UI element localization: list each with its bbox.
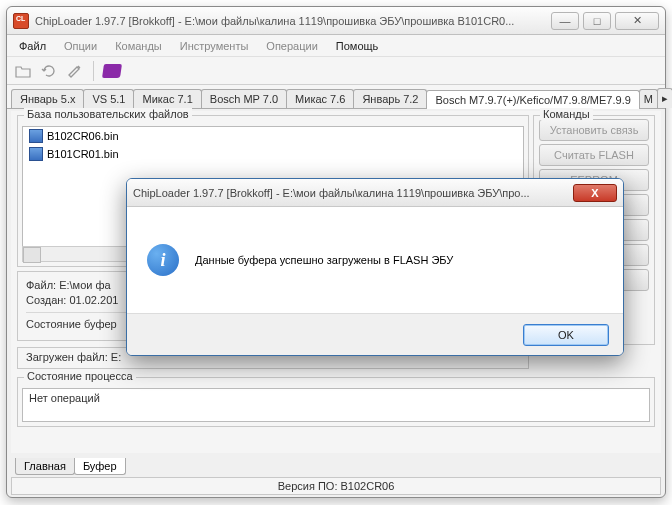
bin-file-icon xyxy=(29,129,43,143)
connect-button[interactable]: Установить связь xyxy=(539,119,649,141)
toolbar-separator xyxy=(93,61,94,81)
maximize-button[interactable]: □ xyxy=(583,12,611,30)
dialog-message: Данные буфера успешно загружены в FLASH … xyxy=(195,254,453,266)
tab-m[interactable]: M xyxy=(639,89,658,108)
dialog-titlebar[interactable]: ChipLoader 1.97.7 [Brokkoff] - E:\мои фа… xyxy=(127,179,623,207)
close-button[interactable]: ✕ xyxy=(615,12,659,30)
tab-mikas71[interactable]: Микас 7.1 xyxy=(133,89,201,108)
read-flash-button[interactable]: Считать FLASH xyxy=(539,144,649,166)
toolbar xyxy=(7,57,665,85)
ecu-tabs: Январь 5.x VS 5.1 Микас 7.1 Bosch MP 7.0… xyxy=(7,85,665,109)
tabs-more-icon[interactable]: ▸ xyxy=(657,88,672,108)
titlebar[interactable]: ChipLoader 1.97.7 [Brokkoff] - E:\мои фа… xyxy=(7,7,665,35)
tab-boschmp70[interactable]: Bosch MP 7.0 xyxy=(201,89,287,108)
info-dialog: ChipLoader 1.97.7 [Brokkoff] - E:\мои фа… xyxy=(126,178,624,356)
tool-open-icon[interactable] xyxy=(13,61,33,81)
tool-refresh-icon[interactable] xyxy=(39,61,59,81)
list-item[interactable]: B102CR06.bin xyxy=(23,127,523,145)
tab-bosch797[interactable]: Bosch M7.9.7(+)/Kefico/M7.9.8/ME7.9.9 xyxy=(426,90,639,109)
minimize-button[interactable]: — xyxy=(551,12,579,30)
info-icon: i xyxy=(147,244,179,276)
window-title: ChipLoader 1.97.7 [Brokkoff] - E:\мои фа… xyxy=(35,15,551,27)
window-buttons: — □ ✕ xyxy=(551,12,659,30)
menu-help[interactable]: Помощь xyxy=(328,38,387,54)
process-group: Состояние процесса Нет операций xyxy=(17,377,655,427)
status-text: Версия ПО: B102CR06 xyxy=(278,480,395,492)
file-name: B101CR01.bin xyxy=(47,148,119,160)
dialog-footer: OK xyxy=(127,313,623,355)
menu-file[interactable]: Файл xyxy=(11,38,54,54)
bottom-tab-buffer[interactable]: Буфер xyxy=(74,458,126,475)
dialog-close-button[interactable]: X xyxy=(573,184,617,202)
tab-mikas76[interactable]: Микас 7.6 xyxy=(286,89,354,108)
menu-options[interactable]: Опции xyxy=(56,38,105,54)
menu-commands[interactable]: Команды xyxy=(107,38,170,54)
bottom-tabs: Главная Буфер xyxy=(15,458,125,475)
process-log: Нет операций xyxy=(22,388,650,422)
user-files-label: База пользовательских файлов xyxy=(24,108,192,120)
statusbar: Версия ПО: B102CR06 xyxy=(11,477,661,495)
process-label: Состояние процесса xyxy=(24,370,136,382)
menubar: Файл Опции Команды Инструменты Операции … xyxy=(7,35,665,57)
tab-vs51[interactable]: VS 5.1 xyxy=(83,89,134,108)
tab-january72[interactable]: Январь 7.2 xyxy=(353,89,427,108)
tool-settings-icon[interactable] xyxy=(65,61,85,81)
commands-label: Команды xyxy=(540,108,593,120)
loaded-file-text: Загружен файл: E: xyxy=(26,351,121,363)
menu-tools[interactable]: Инструменты xyxy=(172,38,257,54)
app-icon xyxy=(13,13,29,29)
dialog-title: ChipLoader 1.97.7 [Brokkoff] - E:\мои фа… xyxy=(133,187,573,199)
list-item[interactable]: B101CR01.bin xyxy=(23,145,523,163)
tab-january5x[interactable]: Январь 5.x xyxy=(11,89,84,108)
menu-operations[interactable]: Операции xyxy=(258,38,325,54)
tool-help-icon[interactable] xyxy=(102,61,122,81)
dialog-body: i Данные буфера успешно загружены в FLAS… xyxy=(127,207,623,313)
ok-button[interactable]: OK xyxy=(523,324,609,346)
bin-file-icon xyxy=(29,147,43,161)
file-name: B102CR06.bin xyxy=(47,130,119,142)
process-text: Нет операций xyxy=(29,392,100,404)
bottom-tab-main[interactable]: Главная xyxy=(15,458,75,475)
